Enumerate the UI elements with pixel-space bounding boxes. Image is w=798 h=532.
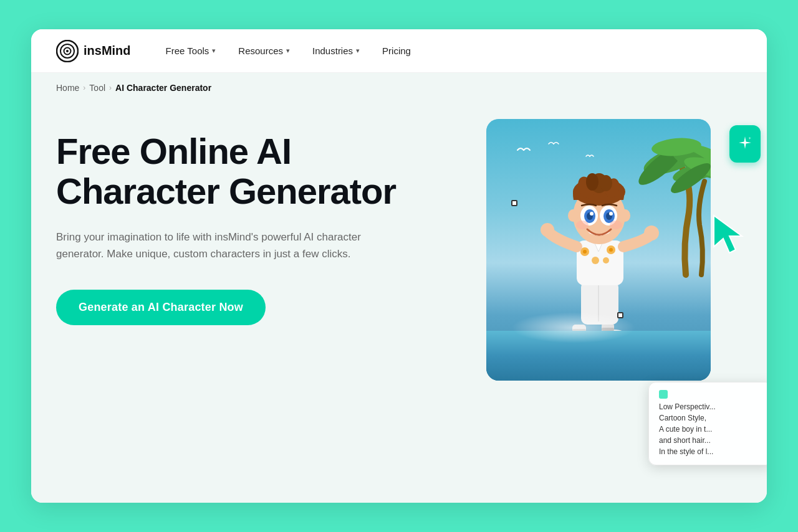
- hero-title: Free Online AI Character Generator: [56, 131, 430, 211]
- svg-point-45: [576, 221, 589, 229]
- hero-section: Free Online AI Character Generator Bring…: [31, 100, 767, 503]
- sparkle-icon: [736, 135, 754, 153]
- chevron-down-icon: ▾: [356, 47, 360, 55]
- hero-image: [486, 119, 711, 381]
- svg-point-24: [609, 248, 613, 252]
- chevron-down-icon: ▾: [212, 47, 216, 55]
- tooltip-line3: A cute boy in t...: [659, 424, 762, 435]
- navbar: insMind Free Tools ▾ Resources ▾ Industr…: [31, 29, 767, 73]
- main-card: insMind Free Tools ▾ Resources ▾ Industr…: [31, 29, 767, 503]
- svg-point-25: [592, 257, 599, 264]
- cta-generate-button[interactable]: Generate an AI Character Now: [56, 290, 266, 325]
- svg-point-3: [66, 50, 69, 52]
- nav-item-free-tools[interactable]: Free Tools ▾: [156, 40, 226, 61]
- logo-text: insMind: [84, 44, 131, 58]
- nav-item-pricing[interactable]: Pricing: [372, 40, 421, 61]
- svg-point-47: [568, 209, 578, 222]
- hero-subtitle: Bring your imagination to life with insM…: [56, 229, 393, 262]
- chevron-down-icon: ▾: [286, 47, 290, 55]
- sparkle-card: [729, 125, 761, 163]
- breadcrumb: Home › Tool › AI Character Generator: [31, 73, 767, 100]
- tooltip-line4: and short hair...: [659, 435, 762, 446]
- svg-point-27: [644, 226, 659, 240]
- selection-handle-tl: [511, 200, 517, 206]
- hero-right: Low Perspectiv... Cartoon Style, A cute …: [455, 113, 742, 478]
- logo-icon: [56, 40, 79, 62]
- svg-point-46: [610, 221, 622, 229]
- content-area: Home › Tool › AI Character Generator Fre…: [31, 73, 767, 503]
- svg-marker-49: [714, 216, 742, 253]
- cursor-arrow: [711, 212, 754, 256]
- svg-point-44: [609, 212, 613, 216]
- breadcrumb-home[interactable]: Home: [56, 83, 79, 93]
- svg-point-36: [600, 175, 612, 191]
- breadcrumb-sep-1: ›: [83, 83, 85, 92]
- tooltip-line1: Low Perspectiv...: [659, 401, 762, 412]
- breadcrumb-sep-2: ›: [109, 83, 112, 92]
- tooltip-sparkle-icon: [659, 390, 668, 399]
- selection-handle-br: [617, 312, 623, 318]
- svg-point-48: [620, 209, 630, 222]
- breadcrumb-tool[interactable]: Tool: [89, 83, 105, 93]
- logo[interactable]: insMind: [56, 40, 131, 62]
- breadcrumb-current: AI Character Generator: [115, 83, 211, 93]
- nav-item-industries[interactable]: Industries ▾: [302, 40, 370, 61]
- svg-point-43: [590, 212, 594, 216]
- nav-item-resources[interactable]: Resources ▾: [228, 40, 300, 61]
- character-scene: [486, 119, 711, 381]
- hero-left: Free Online AI Character Generator Bring…: [56, 113, 430, 325]
- svg-point-35: [586, 173, 598, 191]
- nav-items: Free Tools ▾ Resources ▾ Industries ▾ Pr…: [156, 40, 742, 61]
- svg-point-28: [541, 223, 554, 237]
- tooltip-box: Low Perspectiv... Cartoon Style, A cute …: [648, 382, 767, 465]
- svg-point-22: [583, 250, 587, 254]
- svg-point-26: [603, 257, 609, 264]
- tooltip-line5: In the style of l...: [659, 446, 762, 457]
- tooltip-line2: Cartoon Style,: [659, 412, 762, 424]
